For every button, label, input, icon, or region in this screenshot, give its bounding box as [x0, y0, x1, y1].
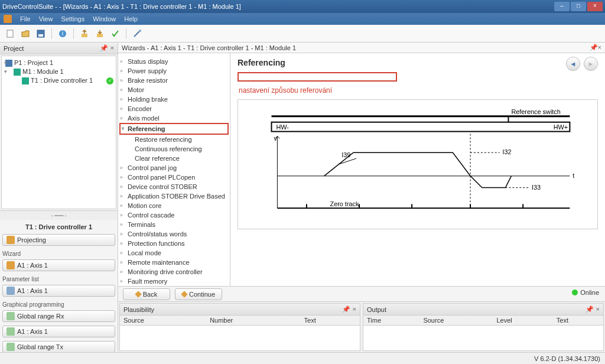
wizard-axis-button[interactable]: A1 : Axis 1: [2, 259, 115, 271]
online-dot-icon: [572, 290, 578, 295]
wizard-nav-item[interactable]: ▹Remote maintenance: [119, 258, 229, 267]
wizard-nav-item[interactable]: Continuous referencing: [119, 144, 229, 154]
wizard-nav-item[interactable]: ▹Control panel jog: [119, 163, 229, 173]
save-button[interactable]: [34, 27, 47, 40]
tree-scrollbar[interactable]: ‹ ━━━ ›: [0, 210, 118, 220]
wizard-nav-tree[interactable]: ▹Status display▹Power supply▹Brake resis…: [118, 53, 230, 286]
version-label: V 6.2-D (1.34.34.1730): [534, 355, 600, 362]
person-icon: [6, 261, 15, 269]
tree-project[interactable]: ▾P1 : Project 1: [3, 58, 115, 67]
svg-text:I39: I39: [341, 151, 350, 158]
wizard-breadcrumb: Wizards - A1 : Axis 1 - T1 : Drive contr…: [122, 44, 296, 51]
tree-module[interactable]: ▾M1 : Module 1: [3, 67, 115, 76]
wand-button[interactable]: [131, 27, 144, 40]
svg-rect-2: [38, 34, 43, 37]
panel-close-icon[interactable]: ×: [353, 306, 356, 313]
wizard-nav-item[interactable]: ▹Fault memory: [119, 277, 229, 286]
block-icon: [6, 312, 15, 320]
toolbar: i: [0, 25, 605, 43]
wizard-nav-item[interactable]: ▹Protection functions: [119, 239, 229, 248]
menu-help[interactable]: Help: [124, 15, 138, 22]
nav-back-circle[interactable]: ◄: [566, 57, 580, 71]
info-button[interactable]: i: [56, 27, 69, 40]
panel-close-icon[interactable]: ×: [110, 44, 114, 52]
wizard-nav-item[interactable]: ▹Application STOBER Drive Based: [119, 191, 229, 201]
panel-close-icon[interactable]: ×: [596, 306, 600, 313]
tree-drive-controller[interactable]: T1 : Drive controller 1✓: [3, 76, 115, 85]
menu-file[interactable]: File: [20, 15, 31, 22]
diagram-refswitch-label: Reference switch: [511, 108, 560, 115]
menu-view[interactable]: View: [39, 15, 53, 22]
wizard-header: Wizards - A1 : Axis 1 - T1 : Drive contr…: [118, 43, 605, 53]
menu-window[interactable]: Window: [93, 15, 116, 22]
continue-button[interactable]: Continue: [175, 288, 222, 300]
wizard-nav-item[interactable]: ▹Axis model: [119, 113, 229, 123]
wizard-nav-item[interactable]: ▹Control cascade: [119, 210, 229, 220]
referencing-params-box: [238, 72, 397, 82]
download-button[interactable]: [93, 27, 106, 40]
pin-icon[interactable]: 📌: [342, 306, 350, 313]
menu-settings[interactable]: Settings: [61, 15, 84, 22]
gp-tx-button[interactable]: Global range Tx: [2, 341, 115, 352]
pin-icon[interactable]: 📌: [590, 44, 598, 51]
output-title: Output: [367, 306, 386, 313]
wizard-nav-item[interactable]: ▹Local mode: [119, 248, 229, 258]
wizard-nav-item[interactable]: ▹Encoder: [119, 104, 229, 113]
svg-line-24: [339, 158, 356, 164]
wizard-nav-item[interactable]: ▹Status display: [119, 57, 229, 66]
projecting-button[interactable]: Projecting: [2, 234, 115, 246]
back-button[interactable]: Back: [123, 288, 170, 300]
window-title: DriveControlSuite - - [Wizards - A1 : Ax…: [2, 3, 241, 10]
svg-text:i: i: [62, 30, 63, 37]
wizard-nav-item[interactable]: ▹Brake resistor: [119, 76, 229, 85]
panel-close-icon[interactable]: ×: [598, 44, 601, 51]
project-panel-header: Project 📌×: [0, 43, 118, 54]
wizard-nav-item[interactable]: ▹Monitoring drive controller: [119, 267, 229, 277]
wizard-nav-item[interactable]: Restore referencing: [119, 135, 229, 144]
svg-line-16: [277, 136, 279, 138]
block-icon: [6, 327, 15, 336]
svg-text:HW-: HW-: [276, 124, 289, 131]
status-bar: V 6.2-D (1.34.34.1730): [0, 352, 605, 364]
annotation-note: nastavení způsobu referování: [239, 86, 598, 95]
plausibility-title: Plausibility: [123, 306, 154, 313]
svg-text:t: t: [573, 172, 574, 179]
wizard-nav-item[interactable]: Clear reference: [119, 154, 229, 163]
pin-icon[interactable]: 📌: [100, 44, 108, 52]
gp-axis-button[interactable]: A1 : Axis 1: [2, 326, 115, 337]
minimize-button[interactable]: –: [554, 2, 570, 11]
drive-controller-header: T1 : Drive controller 1: [2, 222, 115, 232]
wizard-nav-item[interactable]: ▹Control/status words: [119, 229, 229, 239]
svg-text:v: v: [274, 135, 277, 142]
close-button[interactable]: ×: [587, 2, 603, 11]
wizard-nav-item[interactable]: ▿Referencing: [119, 123, 229, 135]
project-panel-title: Project: [4, 45, 24, 52]
wizard-nav-item[interactable]: ▹Motion core: [119, 201, 229, 210]
nav-fwd-circle[interactable]: ►: [584, 57, 598, 71]
upload-button[interactable]: [78, 27, 91, 40]
svg-point-7: [139, 30, 141, 32]
paramlist-section-label: Parameter list: [2, 276, 115, 282]
open-button[interactable]: [19, 27, 32, 40]
wizard-nav-item[interactable]: ▹Motor: [119, 85, 229, 95]
gp-rx-button[interactable]: Global range Rx: [2, 310, 115, 322]
status-ok-icon: ✓: [106, 77, 113, 84]
project-tree[interactable]: ▾P1 : Project 1 ▾M1 : Module 1 T1 : Driv…: [1, 56, 116, 209]
online-status: Online: [572, 289, 599, 296]
app-icon: [4, 15, 12, 23]
paramlist-button[interactable]: A1 : Axis 1: [2, 285, 115, 297]
block-icon: [6, 343, 15, 351]
wizard-nav-item[interactable]: ▹Device control STOBER: [119, 182, 229, 191]
list-icon: [6, 287, 15, 295]
maximize-button[interactable]: □: [571, 2, 586, 11]
wizard-nav-item[interactable]: ▹Holding brake: [119, 95, 229, 104]
check-button[interactable]: [109, 27, 122, 40]
svg-text:I33: I33: [532, 184, 541, 191]
title-bar: DriveControlSuite - - [Wizards - A1 : Ax…: [0, 0, 605, 13]
pin-icon[interactable]: 📌: [586, 306, 594, 313]
menu-bar: File View Settings Window Help: [0, 13, 605, 25]
new-button[interactable]: [4, 27, 17, 40]
wizard-nav-item[interactable]: ▹Power supply: [119, 66, 229, 76]
wizard-nav-item[interactable]: ▹Terminals: [119, 220, 229, 229]
wizard-nav-item[interactable]: ▹Control panel PLCopen: [119, 173, 229, 182]
